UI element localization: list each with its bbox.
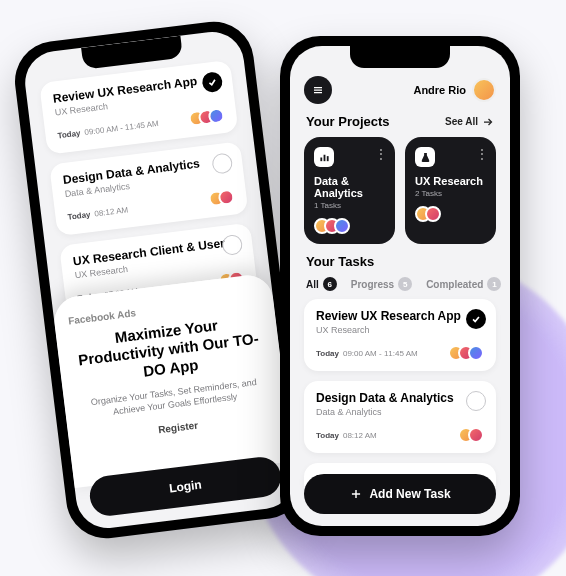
project-card[interactable]: ⋮ Data & Analytics 1 Tasks <box>304 137 395 244</box>
task-meta: Today08:12 AM <box>316 431 377 440</box>
check-icon[interactable] <box>466 391 486 411</box>
notch <box>350 46 450 68</box>
arrow-right-icon <box>482 116 494 128</box>
check-icon[interactable] <box>221 234 243 256</box>
avatar-stack <box>188 107 226 127</box>
task-meta: Today08:12 AM <box>67 205 128 221</box>
project-title: Data & Analytics <box>314 175 385 199</box>
check-icon[interactable] <box>201 71 223 93</box>
tasks-header: Your Tasks <box>306 254 494 269</box>
task-card[interactable]: Design Data & Analytics Data & Analytics… <box>49 141 248 236</box>
menu-button[interactable] <box>304 76 332 104</box>
projects-header: Your Projects See All <box>306 114 494 129</box>
more-icon[interactable]: ⋮ <box>375 147 387 161</box>
promo-sheet: Facebook Ads Maximize Your Productivity … <box>51 272 293 488</box>
task-subtitle: UX Research <box>316 325 484 335</box>
add-task-label: Add New Task <box>369 487 450 501</box>
phone-left: Review UX Research App UX Research Today… <box>10 17 309 543</box>
project-sub: 2 Tasks <box>415 189 486 198</box>
task-tabs: All6 Progress5 Compleated1 <box>306 277 494 291</box>
task-card[interactable]: Design Data & Analytics Data & Analytics… <box>304 381 496 453</box>
tab-completed[interactable]: Compleated1 <box>426 277 501 291</box>
task-meta: Today09:00 AM - 11:45 AM <box>316 349 418 358</box>
svg-rect-6 <box>326 156 328 161</box>
avatar-stack <box>208 188 236 207</box>
avatar <box>472 78 496 102</box>
task-card[interactable]: Review UX Research App UX Research Today… <box>304 299 496 371</box>
see-all-button[interactable]: See All <box>445 116 494 128</box>
projects-row: ⋮ Data & Analytics 1 Tasks ⋮ UX Research… <box>304 137 496 244</box>
task-title: Review UX Research App <box>316 309 484 323</box>
project-title: UX Research <box>415 175 486 187</box>
check-icon[interactable] <box>211 152 233 174</box>
task-title: Design Data & Analytics <box>316 391 484 405</box>
tab-progress[interactable]: Progress5 <box>351 277 412 291</box>
task-subtitle: Data & Analytics <box>316 407 484 417</box>
avatar-stack <box>314 218 385 234</box>
right-content: Andre Rio Your Projects See All ⋮ <box>290 46 510 511</box>
avatar-stack <box>458 427 484 443</box>
svg-rect-5 <box>323 154 325 160</box>
avatar-stack <box>448 345 484 361</box>
plus-icon <box>349 487 363 501</box>
header: Andre Rio <box>304 76 496 104</box>
task-card[interactable]: Review UX Research App UX Research Today… <box>39 60 238 155</box>
add-task-button[interactable]: Add New Task <box>304 474 496 514</box>
svg-rect-4 <box>320 157 322 161</box>
check-icon[interactable] <box>466 309 486 329</box>
projects-heading: Your Projects <box>306 114 390 129</box>
avatar-stack <box>415 206 486 222</box>
more-icon[interactable]: ⋮ <box>476 147 488 161</box>
chart-icon <box>314 147 334 167</box>
flask-icon <box>415 147 435 167</box>
tab-all[interactable]: All6 <box>306 277 337 291</box>
phones-stage: Review UX Research App UX Research Today… <box>0 0 566 576</box>
tasks-heading: Your Tasks <box>306 254 374 269</box>
project-sub: 1 Tasks <box>314 201 385 210</box>
phone-right: Andre Rio Your Projects See All ⋮ <box>280 36 520 536</box>
user-chip[interactable]: Andre Rio <box>413 78 496 102</box>
pill-label: Login <box>168 478 202 496</box>
task-meta: Today09:00 AM - 11:45 AM <box>57 119 159 140</box>
project-card[interactable]: ⋮ UX Research 2 Tasks <box>405 137 496 244</box>
user-name: Andre Rio <box>413 84 466 96</box>
